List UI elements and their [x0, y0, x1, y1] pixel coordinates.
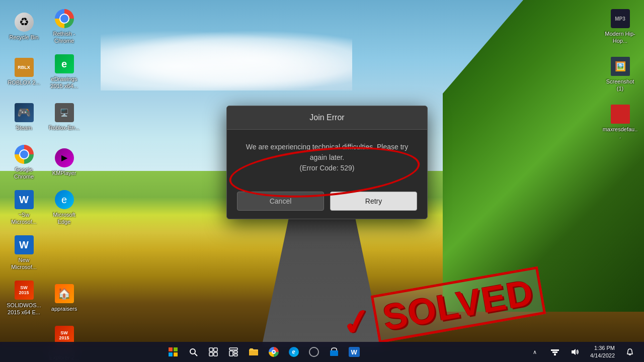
word-taskbar-button[interactable]: W: [346, 344, 362, 360]
taskbar-center-icons: e W: [0, 344, 527, 360]
svg-rect-6: [209, 348, 213, 351]
icon-google-chrome-label: Google Chrome: [8, 166, 40, 179]
icon-sw-microsoft-label: ~Sw Microsof...: [8, 212, 40, 225]
system-clock[interactable]: 1:36 PM 4/14/2022: [587, 343, 618, 361]
dialog-message: We are experiencing technical difficulti…: [246, 142, 408, 173]
icon-roblox-err[interactable]: 🖥️ Roblox-Err...: [45, 96, 83, 138]
sw-microsoft-icon: W: [14, 190, 34, 210]
icon-rethish-chrome[interactable]: Rethish - Chrome: [45, 5, 83, 48]
icon-roblox[interactable]: RBLX ROBLOX 2...: [5, 50, 43, 93]
icon-steam[interactable]: 🎮 Steam: [5, 96, 43, 138]
svg-marker-18: [572, 349, 576, 355]
solved-checkmark: ✓: [338, 300, 374, 345]
svg-rect-1: [174, 347, 178, 351]
recycle-bin-icon: ♻: [14, 12, 34, 32]
chrome-rethish-icon: [54, 9, 74, 29]
cortana-button[interactable]: [306, 344, 322, 360]
screenshot-icon: 🖼️: [610, 56, 630, 76]
system-tray: ∧ 1:36 PM 4/14/2022: [527, 343, 644, 361]
dialog-message-line3: (Error Code: 529): [300, 164, 355, 172]
dialog-title: Join Error: [309, 113, 344, 122]
icon-recycle-bin-label: Recycle Bin: [9, 34, 38, 41]
icon-roblox-err-label: Roblox-Err...: [49, 125, 79, 131]
svg-line-5: [195, 353, 197, 356]
kmplayer-icon: ▶: [54, 148, 74, 168]
retry-button[interactable]: Retry: [330, 192, 417, 211]
icon-screenshot-label: Screenshot (1): [604, 78, 636, 92]
icon-steam-label: Steam: [16, 125, 32, 131]
dialog-body: We are experiencing technical difficulti…: [227, 130, 427, 186]
icon-appraisers-label: appraisers: [51, 306, 77, 312]
svg-rect-17: [551, 349, 559, 351]
icon-kmplayer-label: KMPlayer: [52, 170, 76, 176]
svg-point-4: [190, 349, 195, 354]
microsoft-edge-icon: e: [54, 190, 74, 210]
icon-new-microsoft[interactable]: W New Microsof...: [5, 231, 43, 274]
desktop-icons-area: ♻ Recycle Bin Rethish - Chrome RBLX ROBL…: [0, 0, 111, 342]
chrome-taskbar-button[interactable]: [266, 344, 282, 360]
svg-rect-12: [234, 351, 237, 353]
dialog-message-line1: We are experiencing technical difficulti…: [246, 143, 408, 151]
icon-maxresdefault[interactable]: maxresdefau...: [601, 101, 639, 143]
edrawings-icon: e: [54, 54, 74, 74]
task-view-button[interactable]: [205, 344, 221, 360]
svg-rect-3: [174, 352, 178, 356]
mp3-icon: MP3: [610, 9, 630, 29]
tray-expand-button[interactable]: ∧: [527, 344, 543, 360]
dialog-footer: Cancel Retry: [227, 186, 427, 219]
svg-rect-10: [229, 348, 237, 350]
icon-google-chrome[interactable]: Google Chrome: [5, 141, 43, 184]
tray-volume-icon[interactable]: [567, 344, 583, 360]
desktop: ♻ Recycle Bin Rethish - Chrome RBLX ROBL…: [0, 0, 644, 362]
desktop-icons-right: MP3 Modern Hip-Hop... 🖼️ Screenshot (1) …: [601, 5, 639, 143]
start-button[interactable]: [165, 344, 181, 360]
svg-rect-9: [214, 352, 217, 356]
red-img-icon: [610, 104, 630, 124]
new-microsoft-icon: W: [14, 235, 34, 255]
store-taskbar-button[interactable]: [326, 344, 342, 360]
roblox-icon: RBLX: [14, 57, 34, 77]
icon-sw-microsoft[interactable]: W ~Sw Microsof...: [5, 186, 43, 229]
svg-rect-7: [214, 348, 217, 351]
icon-new-microsoft-label: New Microsof...: [8, 257, 40, 270]
svg-rect-16: [552, 351, 557, 353]
clock-date: 4/14/2022: [590, 352, 615, 359]
widgets-button[interactable]: [225, 344, 242, 360]
dialog-titlebar: Join Error: [227, 106, 427, 130]
icon-solidworks-2015[interactable]: SW2015 SOLIDWOS... 2015 x64 E...: [5, 277, 43, 319]
edge-taskbar-button[interactable]: e: [286, 344, 302, 360]
google-chrome-icon: [14, 144, 34, 164]
svg-rect-2: [169, 352, 173, 356]
icon-microsoft-edge-label: Microsoft Edge: [48, 212, 80, 225]
svg-rect-15: [554, 353, 556, 355]
icon-modern-hiphop[interactable]: MP3 Modern Hip-Hop...: [601, 5, 639, 48]
clock-time: 1:36 PM: [590, 344, 615, 352]
icon-recycle-bin[interactable]: ♻ Recycle Bin: [5, 5, 43, 48]
notification-button[interactable]: [622, 344, 638, 360]
solidworks-2015-icon: SW2015: [14, 280, 34, 300]
file-explorer-taskbar-button[interactable]: [246, 344, 262, 360]
icon-edrawings[interactable]: e eDrawings 2015 x64...: [45, 50, 83, 93]
steam-icon: 🎮: [14, 103, 34, 123]
icon-maxresdefault-label: maxresdefau...: [602, 126, 638, 139]
icon-microsoft-edge[interactable]: e Microsoft Edge: [45, 186, 83, 229]
taskbar: e W ∧: [0, 342, 644, 362]
icon-kmplayer[interactable]: ▶ KMPlayer: [45, 141, 83, 184]
cancel-button[interactable]: Cancel: [237, 192, 324, 211]
svg-rect-0: [169, 347, 173, 351]
appraisers-icon: 🏠: [54, 284, 74, 304]
icon-roblox-label: ROBLOX 2...: [8, 79, 40, 86]
svg-rect-13: [234, 354, 237, 356]
dialog-message-line2: again later.: [310, 153, 345, 161]
icon-screenshot[interactable]: 🖼️ Screenshot (1): [601, 53, 639, 96]
join-error-dialog: Join Error We are experiencing technical…: [226, 106, 428, 219]
search-taskbar-button[interactable]: [185, 344, 201, 360]
icon-appraisers[interactable]: 🏠 appraisers: [45, 277, 83, 319]
svg-rect-11: [229, 351, 233, 356]
icon-modern-hiphop-label: Modern Hip-Hop...: [604, 31, 636, 44]
svg-rect-14: [330, 350, 338, 356]
icon-rethish-label: Rethish - Chrome: [48, 31, 80, 44]
clouds: [101, 30, 352, 90]
tray-network-icon[interactable]: [547, 344, 563, 360]
svg-rect-8: [209, 352, 213, 356]
